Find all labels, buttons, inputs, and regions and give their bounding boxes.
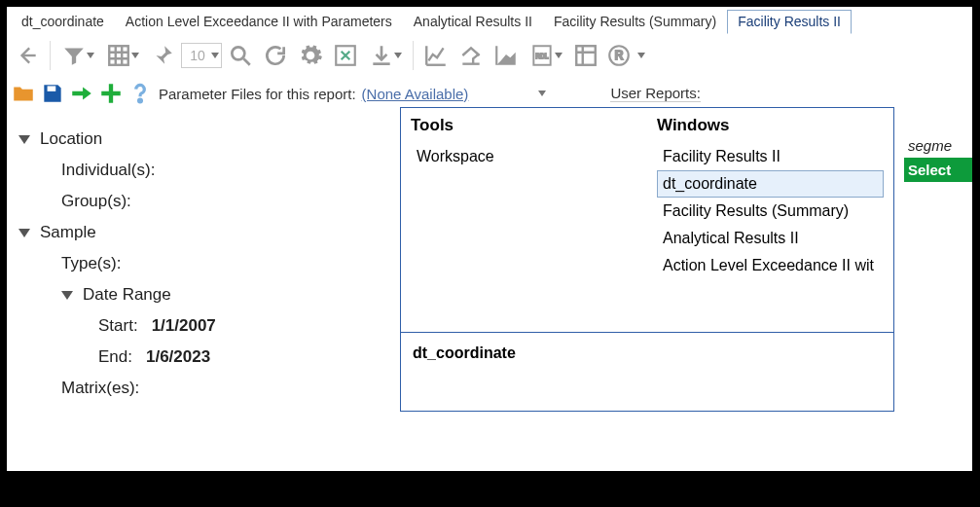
param-files-label: Parameter Files for this report: (159, 86, 356, 102)
svg-rect-5 (576, 46, 596, 65)
collapse-icon[interactable] (61, 291, 73, 300)
separator (413, 41, 414, 70)
add-icon[interactable] (98, 81, 124, 106)
toolbar: RDL R (7, 34, 972, 77)
svg-text:R: R (615, 49, 624, 62)
gear-icon[interactable] (294, 39, 327, 72)
download-icon[interactable] (364, 39, 407, 72)
search-icon[interactable] (224, 39, 257, 72)
document-tabs: dt_coordinate Action Level Exceedance II… (7, 7, 972, 34)
tree-location-individual[interactable]: Individual(s): (13, 155, 392, 186)
tab-action-level-exceedance[interactable]: Action Level Exceedance II with Paramete… (115, 10, 403, 34)
windows-item-facility-results-summary[interactable]: Facility Results (Summary) (657, 198, 884, 225)
window-switcher-popup: Tools Workspace Windows Facility Results… (400, 107, 894, 412)
param-files-link[interactable]: (None Available) (362, 86, 469, 102)
separator (50, 41, 51, 70)
svg-rect-8 (48, 86, 56, 91)
collapse-icon[interactable] (18, 135, 30, 144)
date-start-value: 1/1/2007 (152, 316, 216, 336)
tree-sample-types[interactable]: Type(s): (13, 248, 392, 279)
home-chart-icon[interactable] (454, 39, 488, 72)
windows-header: Windows (657, 114, 884, 143)
param-dropdown-icon[interactable] (538, 91, 546, 96)
layout-icon[interactable] (569, 39, 602, 72)
svg-point-1 (232, 47, 244, 59)
windows-item-action-level-exceedance[interactable]: Action Level Exceedance II wit (657, 252, 884, 279)
page-number-input[interactable] (184, 47, 211, 64)
svg-text:RDL: RDL (535, 53, 548, 59)
windows-item-dt-coordinate[interactable]: dt_coordinate (657, 170, 884, 198)
folder-open-icon[interactable] (11, 81, 36, 106)
save-icon[interactable] (40, 81, 65, 106)
line-chart-icon[interactable] (419, 39, 453, 72)
tools-column: Tools Workspace (401, 108, 647, 332)
excel-export-icon[interactable] (329, 39, 362, 72)
pin-icon[interactable] (146, 39, 179, 72)
parameter-tree: Location Individual(s): Group(s): Sample… (13, 124, 392, 404)
area-chart-icon[interactable] (490, 39, 523, 72)
select-button[interactable]: Select (904, 158, 972, 182)
tab-facility-results-summary[interactable]: Facility Results (Summary) (543, 10, 727, 34)
tree-location[interactable]: Location (13, 124, 392, 155)
tree-date-range[interactable]: Date Range (13, 279, 392, 310)
right-panel: segme Select (904, 133, 972, 182)
registered-icon[interactable]: R (604, 39, 647, 72)
collapse-icon[interactable] (18, 229, 30, 237)
tab-analytical-results[interactable]: Analytical Results II (403, 10, 543, 34)
tree-date-end[interactable]: End:1/6/2023 (13, 342, 392, 373)
tree-date-start[interactable]: Start:1/1/2007 (13, 310, 392, 342)
user-reports-label: User Reports: (610, 85, 701, 102)
tree-location-group[interactable]: Group(s): (13, 186, 392, 217)
right-panel-header: segme (904, 133, 972, 158)
param-bar: Parameter Files for this report: (None A… (7, 77, 972, 110)
tools-item-workspace[interactable]: Workspace (411, 143, 637, 170)
filter-icon[interactable] (56, 39, 99, 72)
help-icon[interactable] (127, 81, 153, 106)
tree-sample-matrix[interactable]: Matrix(es): (13, 373, 392, 404)
popup-selected-label: dt_coordinate (401, 332, 893, 411)
date-end-value: 1/6/2023 (146, 347, 210, 367)
page-number-box[interactable] (181, 43, 222, 68)
grid-icon[interactable] (101, 39, 144, 72)
tree-sample[interactable]: Sample (13, 217, 392, 248)
tools-header: Tools (411, 114, 637, 143)
windows-item-facility-results-ii[interactable]: Facility Results II (657, 143, 884, 170)
tab-dt-coordinate[interactable]: dt_coordinate (11, 10, 115, 34)
windows-column: Windows Facility Results II dt_coordinat… (647, 108, 893, 332)
refresh-icon[interactable] (259, 39, 292, 72)
back-icon[interactable] (11, 39, 44, 72)
tab-facility-results-ii[interactable]: Facility Results II (727, 10, 852, 34)
svg-rect-0 (109, 46, 128, 65)
run-arrow-icon[interactable] (69, 81, 94, 106)
windows-item-analytical-results-ii[interactable]: Analytical Results II (657, 225, 884, 252)
rdl-icon[interactable]: RDL (525, 39, 567, 72)
page-number-dropdown-icon[interactable] (211, 53, 219, 58)
svg-point-9 (139, 99, 142, 102)
